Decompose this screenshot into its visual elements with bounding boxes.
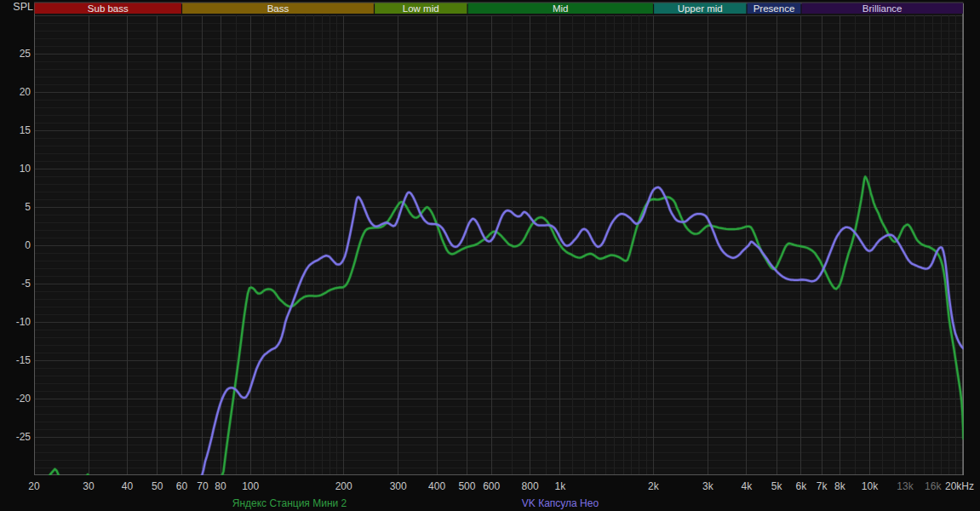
svg-text:Sub bass: Sub bass: [88, 3, 129, 14]
svg-text:Low mid: Low mid: [403, 3, 439, 14]
svg-text:Яндекс Станция Мини 2: Яндекс Станция Мини 2: [232, 497, 347, 509]
svg-text:0: 0: [25, 239, 31, 251]
svg-text:13k: 13k: [897, 480, 914, 492]
svg-text:-10: -10: [16, 316, 32, 328]
svg-text:1k: 1k: [555, 480, 567, 492]
svg-text:70: 70: [197, 480, 209, 492]
svg-text:3k: 3k: [702, 480, 714, 492]
svg-text:10k: 10k: [862, 480, 879, 492]
svg-text:300: 300: [390, 480, 407, 492]
svg-text:6k: 6k: [796, 480, 808, 492]
svg-text:60: 60: [176, 480, 188, 492]
svg-text:-25: -25: [16, 431, 32, 443]
svg-text:30: 30: [83, 480, 95, 492]
svg-text:15: 15: [20, 124, 32, 136]
svg-text:50: 50: [152, 480, 163, 492]
svg-text:4k: 4k: [741, 480, 753, 492]
svg-text:200: 200: [335, 480, 352, 492]
svg-text:2k: 2k: [648, 480, 660, 492]
svg-text:16k: 16k: [925, 480, 942, 492]
svg-text:600: 600: [483, 480, 500, 492]
svg-text:7k: 7k: [817, 480, 828, 492]
svg-text:5: 5: [25, 201, 31, 213]
svg-text:-5: -5: [21, 278, 31, 290]
svg-text:VK Капсула Нео: VK Капсула Нео: [522, 497, 599, 509]
svg-text:20: 20: [28, 480, 40, 492]
svg-text:40: 40: [122, 480, 134, 492]
svg-text:500: 500: [458, 480, 475, 492]
svg-text:SPL: SPL: [13, 1, 33, 13]
svg-text:Presence: Presence: [754, 3, 795, 14]
svg-text:8k: 8k: [834, 480, 846, 492]
svg-text:Upper mid: Upper mid: [678, 3, 723, 14]
svg-text:-20: -20: [16, 393, 32, 405]
svg-text:400: 400: [428, 480, 445, 492]
svg-text:20: 20: [20, 86, 32, 98]
svg-text:Mid: Mid: [553, 3, 569, 14]
svg-text:100: 100: [242, 480, 259, 492]
svg-text:Brilliance: Brilliance: [863, 3, 903, 14]
svg-text:800: 800: [522, 480, 539, 492]
svg-text:Bass: Bass: [267, 3, 289, 14]
svg-text:10: 10: [20, 163, 32, 175]
svg-text:80: 80: [215, 480, 226, 492]
svg-text:20kHz: 20kHz: [945, 480, 974, 492]
svg-text:-15: -15: [16, 354, 32, 366]
svg-text:25: 25: [20, 48, 32, 60]
svg-text:5k: 5k: [771, 480, 783, 492]
